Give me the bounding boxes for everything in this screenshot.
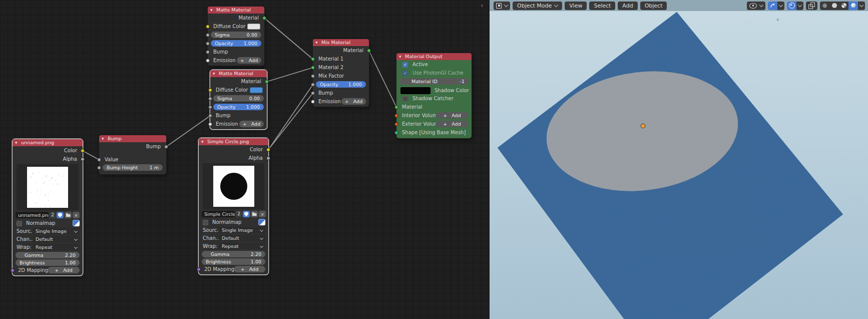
snap-options-button[interactable]: [777, 2, 784, 10]
mapping-add-button[interactable]: +Add: [48, 267, 80, 273]
material-output-socket[interactable]: [367, 49, 371, 53]
source-dropdown[interactable]: Single Image: [33, 228, 80, 234]
shadow-color-swatch[interactable]: [400, 87, 430, 94]
sigma-slider[interactable]: Sigma0.00: [211, 32, 261, 38]
sigma-socket[interactable]: [208, 97, 212, 101]
node-header[interactable]: ▼Matte Material: [208, 7, 264, 14]
mapping-socket[interactable]: [197, 267, 201, 271]
node-editor[interactable]: ▼Matte Material Material Diffuse Color S…: [0, 0, 490, 319]
material-id-field[interactable]: Material ID-1: [399, 78, 469, 85]
node-header[interactable]: ▼Material Output: [396, 53, 472, 60]
gizmo-toggle-button[interactable]: [787, 2, 796, 10]
emission-add-button[interactable]: +Add: [237, 57, 261, 64]
unlink-image-button[interactable]: ×: [259, 211, 266, 217]
emission-socket[interactable]: [208, 122, 212, 126]
bump-output-socket[interactable]: [164, 145, 168, 149]
mapping-add-button[interactable]: +Add: [234, 266, 265, 272]
alpha-output-socket[interactable]: [81, 157, 85, 161]
mode-dropdown[interactable]: Object Mode: [513, 2, 562, 10]
node-matte-material-1[interactable]: ▼Matte Material Material Diffuse Color S…: [208, 7, 264, 66]
material2-socket[interactable]: [311, 66, 315, 70]
rendered-shading-button[interactable]: [848, 2, 858, 10]
node-matte-material-2[interactable]: ▼Matte Material Material Diffuse Color S…: [210, 70, 267, 129]
exterior-volume-add-button[interactable]: +Add: [436, 121, 469, 127]
opacity-slider[interactable]: Opacity1.000: [211, 40, 261, 47]
node-header[interactable]: ▼Mix Material: [313, 39, 369, 46]
users-count-badge[interactable]: 2: [236, 211, 242, 217]
opacity-socket[interactable]: [208, 105, 212, 109]
gizmo-options-button[interactable]: [796, 2, 803, 10]
image-name-field[interactable]: Simple Circle.p..: [202, 211, 235, 217]
users-count-badge[interactable]: 2: [50, 212, 56, 218]
node-header[interactable]: ▼Matte Material: [210, 70, 267, 77]
alpha-output-socket[interactable]: [266, 156, 270, 160]
channel-dropdown[interactable]: Default: [219, 235, 265, 241]
image-name-field[interactable]: unnamed.png: [16, 212, 49, 218]
node-header[interactable]: ▼Simple Circle.png: [199, 138, 268, 145]
collapse-triangle-icon[interactable]: ▼: [315, 39, 318, 46]
wrap-dropdown[interactable]: Repeat: [33, 244, 80, 250]
viewport-sidebar-collapse-arrow[interactable]: ‹: [776, 17, 779, 23]
editor-type-button[interactable]: [494, 2, 510, 10]
open-image-button[interactable]: [251, 211, 258, 217]
normalmap-checkbox[interactable]: [17, 221, 22, 226]
node-bump[interactable]: ▼Bump Bump Value Bump Height1 m: [99, 135, 166, 174]
node-material-output[interactable]: ▼Material Output ✓ Active ✓ Use PhotonGI…: [396, 53, 472, 138]
shading-options-button[interactable]: [858, 2, 865, 10]
emission-socket[interactable]: [311, 100, 315, 104]
node-header[interactable]: ▼Bump: [99, 135, 166, 142]
fake-user-button[interactable]: [57, 212, 64, 218]
image-datablock-icon[interactable]: [258, 219, 265, 225]
unlink-image-button[interactable]: ×: [73, 212, 80, 218]
collapse-triangle-icon[interactable]: ▼: [102, 135, 104, 142]
material-socket[interactable]: [394, 105, 398, 109]
channel-dropdown[interactable]: Default: [33, 236, 80, 242]
bump-socket[interactable]: [311, 91, 315, 95]
node-header[interactable]: ▼unnamed.png: [13, 139, 83, 146]
solid-shading-button[interactable]: [829, 2, 839, 10]
object-origin-dot[interactable]: [641, 124, 645, 128]
opacity-socket[interactable]: [206, 42, 210, 46]
menu-add[interactable]: Add: [618, 2, 637, 10]
material-output-socket[interactable]: [262, 16, 266, 20]
menu-view[interactable]: View: [565, 2, 587, 10]
gamma-slider[interactable]: Gamma2.20: [202, 251, 265, 257]
exterior-volume-socket[interactable]: [394, 122, 398, 126]
overlays-button[interactable]: [806, 2, 817, 10]
wireframe-shading-button[interactable]: ⊕: [820, 2, 829, 10]
collapse-triangle-icon[interactable]: ▼: [201, 138, 204, 145]
active-checkbox[interactable]: ✓: [402, 62, 408, 68]
brightness-slider[interactable]: Brightness1.00: [16, 259, 80, 266]
bump-socket[interactable]: [208, 114, 212, 118]
sigma-slider[interactable]: Sigma0.00: [213, 95, 264, 102]
interior-volume-socket[interactable]: [394, 114, 398, 118]
snap-toggle-button[interactable]: [768, 2, 777, 10]
normalmap-checkbox[interactable]: [203, 220, 208, 225]
material1-socket[interactable]: [311, 57, 315, 61]
bump-socket[interactable]: [206, 50, 210, 54]
object-visibility-button[interactable]: [747, 2, 765, 10]
node-image-simple-circle[interactable]: ▼Simple Circle.png Color Alpha Simple Ci…: [199, 138, 268, 274]
fake-user-button[interactable]: [243, 211, 250, 217]
opacity-slider[interactable]: Opacity1.000: [316, 81, 366, 88]
sigma-socket[interactable]: [206, 33, 210, 37]
collapse-triangle-icon[interactable]: ▼: [399, 53, 401, 60]
bump-height-slider[interactable]: Bump Height1 m: [103, 164, 163, 171]
image-datablock-icon[interactable]: [73, 220, 80, 226]
collapse-triangle-icon[interactable]: ▼: [213, 70, 215, 77]
shadow-catcher-checkbox[interactable]: [402, 96, 408, 102]
open-image-button[interactable]: [65, 212, 72, 218]
menu-select[interactable]: Select: [589, 2, 615, 10]
material-output-socket[interactable]: [265, 80, 269, 84]
diffuse-color-socket[interactable]: [208, 88, 212, 92]
menu-object[interactable]: Object: [640, 2, 667, 10]
collapse-triangle-icon[interactable]: ▼: [15, 139, 18, 146]
bump-height-socket[interactable]: [97, 166, 101, 170]
value-socket[interactable]: [97, 158, 101, 162]
diffuse-color-swatch[interactable]: [250, 87, 263, 93]
gamma-slider[interactable]: Gamma2.20: [16, 252, 80, 258]
node-image-unnamed[interactable]: ▼unnamed.png Color Alpha unnamed.png 2 ×…: [13, 139, 83, 275]
emission-socket[interactable]: [206, 59, 210, 63]
opacity-socket[interactable]: [311, 83, 315, 87]
material-preview-button[interactable]: [839, 2, 848, 10]
